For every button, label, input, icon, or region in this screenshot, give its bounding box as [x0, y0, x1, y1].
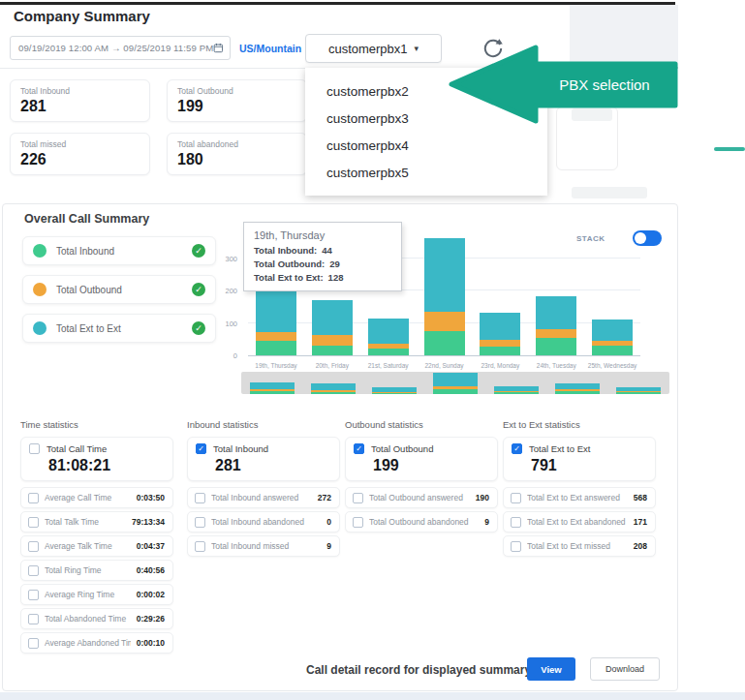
checkbox-unchecked[interactable]	[28, 517, 39, 528]
stat-row-value: 0:00:02	[137, 590, 165, 599]
stat-row-label: Average Abandoned Time	[45, 638, 131, 648]
pbx-select[interactable]: customerpbx1 ▾	[305, 34, 442, 63]
legend-label: Total Ext to Ext	[56, 323, 192, 334]
stat-column-title: Time statistics	[20, 419, 173, 430]
stat-row-label: Total Ring Time	[45, 565, 131, 575]
bar-segment	[368, 319, 409, 344]
bar-segment	[480, 347, 520, 355]
stat-row: Total Ext to Ext answered568	[503, 487, 656, 508]
bar-segment	[368, 349, 409, 355]
stat-row-label: Total Ext to Ext abandoned	[527, 517, 628, 527]
stat-row-label: Total Ext to Ext missed	[527, 541, 628, 551]
check-circle-icon: ✓	[192, 321, 205, 335]
y-tick-label: 0	[233, 351, 237, 360]
y-tick-label: 200	[225, 287, 237, 295]
minimap-bar	[311, 383, 356, 394]
primary-stat-label: Total Call Time	[47, 443, 107, 454]
calendar-icon[interactable]	[213, 42, 224, 54]
checkbox-unchecked[interactable]	[511, 517, 521, 528]
primary-stat-value: 791	[531, 457, 647, 474]
primary-stat-card: ✓Total Inbound281	[187, 437, 340, 481]
stat-row: Total Ext to Ext abandoned171	[503, 511, 656, 533]
checkbox-checked[interactable]: ✓	[196, 443, 206, 454]
bar-segment	[256, 332, 296, 342]
checkbox-unchecked[interactable]	[28, 590, 39, 600]
bar-19th-thursday[interactable]	[256, 290, 296, 355]
stat-card-total-inbound: Total Inbound 281	[10, 79, 150, 122]
stat-row: Total Inbound answered272	[187, 487, 340, 508]
bar-25th-wednesday[interactable]	[592, 320, 633, 355]
checkbox-unchecked[interactable]	[28, 638, 39, 649]
bar-segment	[312, 300, 353, 335]
minimap-bar	[616, 387, 661, 394]
bar-24th-tuesday[interactable]	[536, 296, 576, 355]
stat-row: Total Inbound missed9	[187, 535, 340, 557]
x-tick-label: 19th, Thursday	[248, 362, 304, 369]
stat-row-value: 0:00:10	[137, 638, 165, 648]
x-tick-label: 22nd, Sunday	[417, 362, 473, 369]
stat-row: Total Talk Time79:13:34	[20, 511, 173, 533]
stat-row-label: Total Ext to Ext answered	[527, 493, 628, 502]
stat-row: Average Abandoned Time0:00:10	[20, 632, 173, 654]
legend-label: Total Inbound	[56, 246, 192, 257]
y-tick-label: 300	[225, 255, 237, 263]
stat-row-value: 208	[634, 541, 647, 551]
primary-stat-label: Total Outbound	[371, 443, 433, 454]
primary-stat-label: Total Inbound	[213, 443, 268, 454]
stack-toggle[interactable]	[633, 230, 662, 246]
stat-row-label: Average Ring Time	[45, 590, 131, 599]
stat-column-inbound-statistics: Inbound statistics✓Total Inbound281Total…	[187, 419, 340, 560]
stat-row: Total Abandoned Time0:29:26	[20, 608, 173, 629]
stat-row-value: 79:13:34	[132, 517, 165, 527]
checkbox-unchecked[interactable]	[28, 614, 39, 624]
bar-segment	[592, 320, 633, 341]
timezone-link[interactable]: US/Mountain	[239, 43, 301, 54]
chart-minimap-brush[interactable]	[241, 372, 669, 394]
bar-23rd-monday[interactable]	[480, 313, 520, 355]
date-range-input[interactable]: 09/19/2019 12:00 AM → 09/25/2019 11:59 P…	[10, 36, 231, 60]
minimap-segment	[311, 392, 356, 394]
bar-22nd-sunday[interactable]	[424, 238, 465, 355]
checkbox-unchecked[interactable]	[511, 541, 521, 552]
stat-card-total-abandoned: Total abandoned 180	[167, 133, 307, 175]
checkbox-unchecked[interactable]	[28, 493, 39, 503]
bar-21st-saturday[interactable]	[368, 319, 409, 355]
checkbox-unchecked[interactable]	[195, 493, 205, 503]
checkbox-unchecked[interactable]	[195, 517, 205, 528]
legend-item-total-inbound[interactable]: Total Inbound ✓	[22, 236, 216, 265]
legend-item-total-outbound[interactable]: Total Outbound ✓	[22, 275, 216, 304]
bar-20th-friday[interactable]	[312, 300, 353, 355]
stat-row-value: 0:03:50	[137, 493, 165, 502]
view-button[interactable]: View	[527, 657, 575, 681]
pbx-option[interactable]: customerpbx4	[305, 132, 547, 159]
stat-row-value: 0	[326, 517, 331, 527]
stat-row-label: Total Inbound abandoned	[211, 517, 321, 527]
checkbox-unchecked[interactable]	[29, 443, 40, 454]
stat-row-label: Average Call Time	[45, 493, 131, 502]
checkbox-unchecked[interactable]	[353, 517, 363, 528]
legend-item-total-ext[interactable]: Total Ext to Ext ✓	[22, 314, 216, 343]
stat-row-value: 272	[318, 493, 331, 502]
checkbox-unchecked[interactable]	[28, 541, 39, 552]
page-title: Company Summary	[14, 8, 150, 24]
stat-row-label: Total Abandoned Time	[45, 614, 131, 624]
checkbox-unchecked[interactable]	[511, 493, 521, 503]
stat-column-time-statistics: Time statisticsTotal Call Time81:08:21Av…	[20, 419, 173, 656]
stat-row-label: Total Inbound missed	[211, 541, 321, 551]
stat-card-total-missed: Total missed 226	[10, 133, 150, 175]
pbx-option[interactable]: customerpbx5	[305, 159, 547, 186]
checkbox-unchecked[interactable]	[353, 493, 363, 503]
stat-column-title: Outbound statistics	[345, 419, 498, 430]
checkbox-unchecked[interactable]	[28, 565, 39, 576]
stat-row-value: 9	[326, 541, 331, 551]
annotation-text: PBX selection	[559, 76, 649, 93]
bar-segment	[480, 340, 520, 347]
checkbox-unchecked[interactable]	[195, 541, 205, 552]
minimap-bar	[555, 383, 600, 394]
stat-column-title: Inbound statistics	[187, 419, 340, 430]
minimap-segment	[250, 391, 295, 394]
download-button[interactable]: Download	[590, 657, 660, 681]
checkbox-checked[interactable]: ✓	[512, 443, 522, 454]
checkbox-checked[interactable]: ✓	[354, 443, 364, 454]
primary-stat-value: 199	[373, 457, 489, 474]
